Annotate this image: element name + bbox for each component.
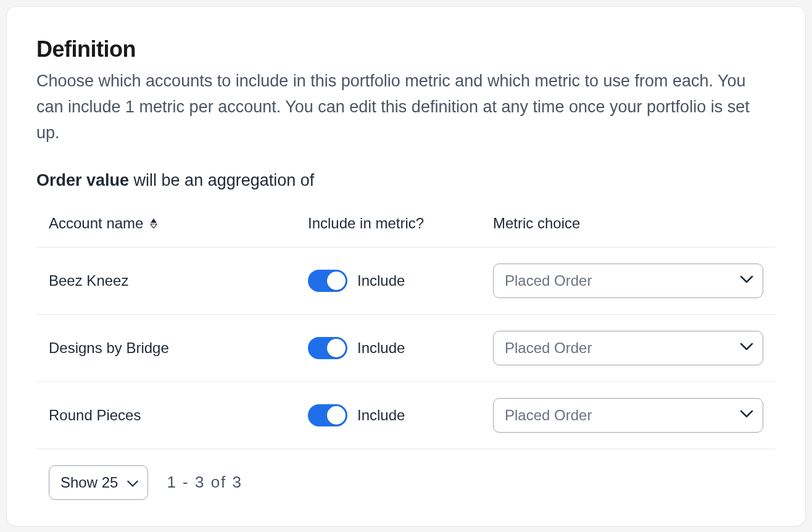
table-row: Round Pieces Include Placed Order [36,382,776,449]
definition-card: Definition Choose which accounts to incl… [6,6,806,526]
include-toggle[interactable] [308,404,347,426]
aggregation-suffix: will be an aggregation of [129,171,314,189]
metric-select[interactable]: Placed Order [493,331,763,365]
include-cell: Include [308,404,493,426]
aggregation-line: Order value will be an aggregation of [36,171,776,190]
toggle-knob [327,272,346,290]
metric-select[interactable]: Placed Order [493,398,763,433]
col-account-name-label: Account name [49,215,143,232]
include-toggle[interactable] [308,337,347,359]
account-name-cell: Designs by Bridge [49,339,308,357]
toggle-knob [327,406,346,425]
table-row: Designs by Bridge Include Placed Order [36,315,776,382]
account-name-cell: Beez Kneez [49,272,308,289]
col-include: Include in metric? [308,215,493,232]
include-toggle-label: Include [357,272,405,289]
page-title: Definition [36,36,776,62]
metric-select-value: Placed Order [493,331,763,365]
metric-select-value: Placed Order [493,264,763,298]
aggregation-metric-name: Order value [36,171,129,189]
account-name-cell: Round Pieces [49,407,308,424]
table-header-row: Account name Include in metric? Metric c… [36,215,776,247]
page-description: Choose which accounts to include in this… [36,69,776,146]
metric-select[interactable]: Placed Order [493,264,763,298]
include-cell: Include [308,270,493,292]
chevron-down-icon [126,474,139,491]
table-row: Beez Kneez Include Placed Order [36,247,776,315]
include-cell: Include [308,337,493,359]
metric-select-value: Placed Order [493,398,763,433]
toggle-knob [327,339,346,357]
sort-icon [149,218,158,228]
pagination-range: 1 - 3 of 3 [167,473,242,492]
page-size-label: Show 25 [60,474,118,491]
col-metric-label: Metric choice [493,215,580,232]
col-metric: Metric choice [493,215,763,232]
accounts-table: Account name Include in metric? Metric c… [36,215,776,500]
include-toggle[interactable] [308,270,347,292]
col-include-label: Include in metric? [308,215,424,232]
include-toggle-label: Include [357,339,405,357]
col-account-name[interactable]: Account name [49,215,308,232]
page-size-select[interactable]: Show 25 [49,465,148,500]
include-toggle-label: Include [357,407,405,424]
table-footer: Show 25 1 - 3 of 3 [36,449,776,500]
